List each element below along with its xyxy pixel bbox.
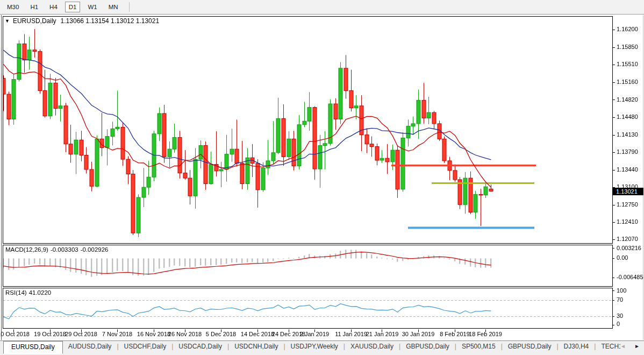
bottom-tab-bar: EURUSD,Daily AUDUSD,Daily | USDCHF,Daily…	[0, 340, 644, 355]
rsi-label: RSI(14)41.0220	[5, 289, 53, 296]
mt4-chart-window: { "toolbar": { "timeframes": [ {"label":…	[0, 0, 644, 355]
price-axis-label: 1.13790	[617, 148, 638, 155]
date-axis-label: 21 Jan 2019	[366, 331, 399, 337]
chart-tab-dj30-h4[interactable]: DJ30,H4	[559, 341, 595, 352]
macd-signal-value: -0.002926	[81, 246, 109, 253]
chart-tab-audusd-daily[interactable]: AUDUSD,Daily	[63, 341, 117, 352]
tab-scroll-left-icon[interactable]: ◄	[620, 343, 626, 349]
chart-ohlc-values: 1.13066 1.13154 1.13012 1.13021	[61, 17, 160, 25]
date-axis-label: 7 Nov 2018	[102, 331, 132, 337]
date-axis-label: 11 Jan 2019	[335, 331, 367, 337]
date-axis-label: 19 Oct 2018	[34, 331, 66, 337]
date-axis-label: 2 Jan 2019	[300, 331, 329, 337]
chart-tab-tech100[interactable]: TECH100,	[596, 341, 620, 352]
macd-main-value: -0.003303	[51, 246, 78, 253]
date-axis-label: 18 Feb 2019	[469, 331, 502, 337]
price-axis-label: 1.14480	[617, 113, 638, 120]
date-axis-label: 8 Feb 2019	[440, 331, 470, 337]
price-axis-label: 1.16200	[617, 26, 638, 32]
macd-name: MACD(12,26,9)	[5, 246, 48, 253]
price-axis-label: 1.15850	[617, 44, 638, 50]
rsi-axis-label: 30	[617, 313, 623, 319]
chart-tab-sp500-m15[interactable]: SP500,M15	[456, 341, 501, 352]
date-axis-label: 30 Jan 2019	[402, 331, 435, 337]
chart-tab-eurusd-daily[interactable]: EURUSD,Daily	[3, 341, 63, 354]
window-left-border	[1, 15, 2, 340]
chart-tabs: EURUSD,Daily AUDUSD,Daily | USDCHF,Daily…	[0, 341, 620, 354]
price-axis-label: 1.14820	[617, 96, 638, 103]
chart-tab-gbpusd-daily[interactable]: GBPUSD,Daily	[400, 341, 455, 352]
date-axis-label: 10 Oct 2018	[0, 331, 30, 337]
chart-symbol-label: EURUSD,Daily	[13, 17, 56, 25]
price-axis-label: 1.12750	[617, 201, 638, 208]
date-axis-label: 16 Nov 2018	[137, 331, 170, 337]
rsi-name: RSI(14)	[5, 289, 27, 296]
chart-tab-xauusd-daily[interactable]: XAUUSD,Daily	[345, 341, 399, 352]
rsi-axis-label: 0	[617, 321, 620, 327]
macd-axis-label: -0.006485	[617, 274, 643, 280]
price-axis-label: 1.12070	[617, 236, 638, 242]
rsi-axis-label: 70	[617, 296, 623, 303]
chart-tab-usdjpy-weekly[interactable]: USDJPY,Weekly	[285, 341, 344, 352]
macd-axis-label: 0.003216	[617, 245, 641, 251]
macd-axis-label: 0.00	[617, 254, 628, 261]
tab-scroll-right-icon[interactable]: ►	[634, 343, 640, 349]
tab-scroll-buttons: ◄ ►	[620, 341, 644, 349]
macd-label: MACD(12,26,9)-0.003303-0.002926	[5, 246, 110, 253]
chart-dropdown-icon[interactable]: ▼	[5, 18, 10, 24]
price-axis-label: 1.15160	[617, 79, 638, 85]
date-axis-label: 5 Dec 2018	[206, 331, 236, 337]
date-axis-label: 26 Nov 2018	[168, 331, 202, 337]
chart-canvas[interactable]	[0, 0, 644, 355]
chart-tab-gbpusd-daily-2[interactable]: GBPUSD,Daily	[503, 341, 557, 352]
chart-title: ▼EURUSD,Daily1.13066 1.13154 1.13012 1.1…	[5, 17, 159, 25]
price-axis-label: 1.13440	[617, 166, 638, 173]
price-axis-label: 1.14130	[617, 131, 638, 138]
chart-tab-usdcad-daily[interactable]: USDCAD,Daily	[173, 341, 227, 352]
chart-tab-usdchf-daily[interactable]: USDCHF,Daily	[119, 341, 172, 352]
rsi-value: 41.0220	[29, 289, 52, 296]
price-axis-label: 1.12410	[617, 218, 638, 225]
date-axis-label: 29 Oct 2018	[65, 331, 97, 337]
price-axis-label: 1.15510	[617, 61, 638, 67]
current-price-label: 1.13021	[612, 188, 643, 195]
rsi-axis-label: 100	[617, 287, 626, 294]
chart-tab-usdcnh-daily[interactable]: USDCNH,Daily	[229, 341, 283, 352]
date-axis-label: 14 Dec 2018	[241, 331, 274, 337]
window-right-border	[643, 15, 643, 340]
